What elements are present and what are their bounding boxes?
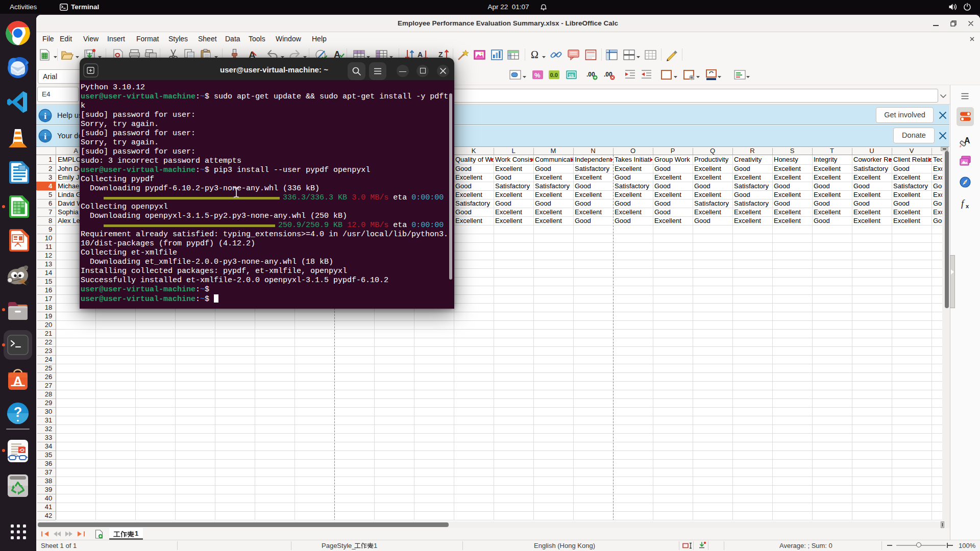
svg-text:i: i bbox=[44, 111, 46, 121]
svg-text:x: x bbox=[966, 203, 969, 209]
svg-text:?: ? bbox=[14, 405, 22, 420]
svg-text:%: % bbox=[534, 71, 541, 79]
svg-text:0.0: 0.0 bbox=[550, 72, 558, 78]
svg-text:i: i bbox=[44, 132, 46, 141]
svg-text:Ω: Ω bbox=[531, 49, 538, 60]
svg-text:15: 15 bbox=[569, 73, 574, 78]
svg-text:A: A bbox=[13, 373, 23, 389]
svg-text:f: f bbox=[961, 198, 965, 209]
